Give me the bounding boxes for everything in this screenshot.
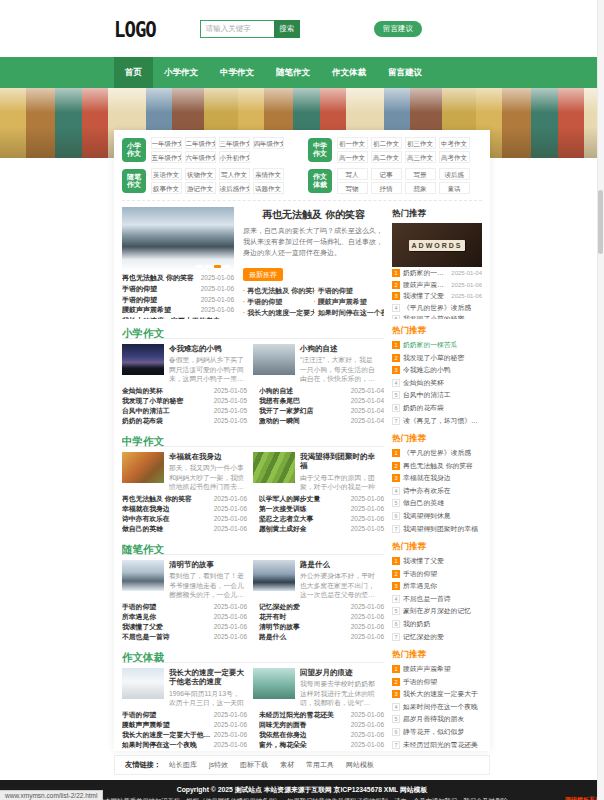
category-link[interactable]: 亲情作文 xyxy=(253,168,284,180)
article-link[interactable]: 诗中亦有欢乐在2025-01-06 xyxy=(122,515,247,523)
article-link[interactable]: 回味无穷的面香2025-01-06 xyxy=(259,721,384,729)
article-link[interactable]: 坚忍之志者立大事2025-01-06 xyxy=(259,515,384,523)
category-link[interactable]: 二年级作文 xyxy=(185,137,216,149)
category-link[interactable]: 状物作文 xyxy=(185,168,216,180)
category-link[interactable]: 游记作文 xyxy=(185,182,216,194)
scrollbar-thumb[interactable] xyxy=(598,190,603,254)
article-title[interactable]: 我渴望得到团聚时的幸福 xyxy=(300,452,376,471)
modern-architecture-photo[interactable] xyxy=(122,668,164,699)
hot-item[interactable]: 4金灿灿的奖杯 xyxy=(392,378,482,388)
category-link[interactable]: 英语作文 xyxy=(151,168,182,180)
category-link[interactable]: 高二作文 xyxy=(371,151,402,163)
article-link[interactable]: 我长大的速度一定要大于他老去的速度2025-01-06 xyxy=(122,731,247,739)
article-card[interactable]: 令我难忘的小鸭 春假里，妈妈从乡下买了两只活泼可爱的小鸭子回来，这两只小鸭子一黑… xyxy=(122,344,253,382)
hot-item[interactable]: 2腰鼓声声震希望2025-01-06 xyxy=(392,280,482,290)
hot-item[interactable]: 2再也无法触及 你的笑容 xyxy=(392,461,482,471)
hot-item[interactable]: 5做自己的英雄 xyxy=(392,498,482,508)
hot-item[interactable]: 7读《再见了，坏习惯》有感 xyxy=(392,416,482,426)
hot-item[interactable]: 2手语的仰望 xyxy=(392,569,482,579)
winter-mountain-photo[interactable] xyxy=(253,560,295,591)
carousel-dot[interactable] xyxy=(205,265,212,268)
category-link[interactable]: 写景 xyxy=(405,168,436,180)
category-badge[interactable]: 随笔作文 xyxy=(122,169,146,193)
hot-item[interactable]: 5篆刻在岁月深处的记忆 xyxy=(392,606,482,616)
category-badge[interactable]: 中学作文 xyxy=(308,138,332,162)
article-link[interactable]: 手语的仰望2025-01-06 xyxy=(122,285,234,293)
hot-item[interactable]: 2我发现了小草的秘密 xyxy=(392,353,482,363)
article-card[interactable]: 我长大的速度一定要大于他老去的速度 1996年阳历11月13号，农历十月三日，这… xyxy=(122,668,253,706)
category-link[interactable]: 高一作文 xyxy=(337,151,368,163)
article-link[interactable]: 我发现了小草的秘密2025-01-05 xyxy=(122,397,247,405)
article-link[interactable]: 我读懂了父爱2025-01-06 xyxy=(122,623,247,631)
hot-item[interactable]: 3令我难忘的小鸭 xyxy=(392,365,482,375)
category-link[interactable]: 初二作文 xyxy=(371,137,402,149)
hot-item[interactable]: 1腰鼓声声震希望 xyxy=(392,664,482,674)
article-link[interactable]: 以学军人的脚步丈量2025-01-06 xyxy=(259,495,384,503)
hot-item[interactable]: 4如果时间停在这一个夜晚 xyxy=(392,702,482,712)
article-title[interactable]: 路是什么 xyxy=(300,560,376,569)
article-link[interactable]: 腰鼓声声震希望2025-01-06 xyxy=(122,306,234,314)
category-link[interactable]: 六年级作文 xyxy=(185,151,216,163)
category-link[interactable]: 高三作文 xyxy=(405,151,436,163)
category-link[interactable]: 小升初作文 xyxy=(219,151,250,163)
hot-item[interactable]: 1《平凡的世界》读后感 xyxy=(392,448,482,458)
hot-item[interactable]: 1奶奶家的一棵苦瓜2025-01-04 xyxy=(392,268,482,278)
hot-item[interactable]: 3我长大的速度一定要大于 xyxy=(392,689,482,699)
article-link[interactable]: 幸福就在我身边2025-01-06 xyxy=(122,505,247,513)
search-button[interactable]: 搜索 xyxy=(274,20,300,38)
carousel-dot-active[interactable] xyxy=(214,265,221,268)
friend-link[interactable]: 图标下载 xyxy=(240,760,268,770)
hot-item[interactable]: 7我渴望得到团聚时的幸福 xyxy=(392,524,482,534)
category-link[interactable]: 初三作文 xyxy=(405,137,436,149)
nav-item[interactable]: 作文体裁 xyxy=(321,57,377,88)
search-input[interactable] xyxy=(200,20,274,38)
article-link[interactable]: 我想有条尾巴2025-01-04 xyxy=(259,397,384,405)
hot-item[interactable]: 6奶奶的花布袋 xyxy=(392,403,482,413)
article-link[interactable]: 手语的仰望 xyxy=(243,298,314,306)
hot-item[interactable]: 2手语的仰望 xyxy=(392,677,482,687)
article-title[interactable]: 幸福就在我身边 xyxy=(169,452,245,461)
article-link[interactable]: 愿刨黄土成好金2025-01-05 xyxy=(259,525,384,533)
garden-painting-photo[interactable] xyxy=(253,668,295,699)
hot-item[interactable]: 1我读懂了父爱 xyxy=(392,556,482,566)
friend-link[interactable]: 网站模板 xyxy=(346,760,374,770)
category-badge[interactable]: 小学作文 xyxy=(122,138,146,162)
article-link[interactable]: 花开有时2025-01-06 xyxy=(259,613,384,621)
article-link[interactable]: 做自己的英雄2025-01-06 xyxy=(122,525,247,533)
hot-item[interactable]: 4不屈也是一首诗 xyxy=(392,594,482,604)
nav-item[interactable]: 留言建议 xyxy=(377,57,433,88)
article-title[interactable]: 回望岁月的痕迹 xyxy=(300,668,376,677)
nav-item[interactable]: 随笔作文 xyxy=(265,57,321,88)
article-link[interactable]: 手语的仰望2025-01-06 xyxy=(122,296,234,304)
hot-item[interactable]: 7记忆深处的爱 xyxy=(392,632,482,642)
article-link[interactable]: 再也无法触及 你的笑容 xyxy=(243,287,314,295)
category-link[interactable]: 写物 xyxy=(337,182,368,194)
article-link[interactable]: 路是什么2025-01-06 xyxy=(259,633,384,641)
article-link[interactable]: 激动的一瞬间2025-01-04 xyxy=(259,417,384,425)
hot-item[interactable]: 4《平凡的世界》读后感 xyxy=(392,303,482,313)
category-link[interactable]: 读后感作文 xyxy=(219,182,250,194)
article-card[interactable]: 路是什么 外公外婆身体不好，平时也大多窝在家里不出门，这一次也是在父母的坚持下才… xyxy=(253,560,384,598)
category-link[interactable]: 写人作文 xyxy=(219,168,250,180)
article-card[interactable]: 小狗的自述 “汪汪汪”，大家好，我是一只小狗，每天生活的自由自在，快快乐乐的，因… xyxy=(253,344,384,382)
article-link[interactable]: 记忆深处的爱2025-01-06 xyxy=(259,603,384,611)
article-link[interactable]: 第一次接受训练2025-01-06 xyxy=(259,505,384,513)
category-link[interactable]: 写人 xyxy=(337,168,368,180)
article-link[interactable]: 我依然在你身边2025-01-06 xyxy=(259,731,384,739)
hot-item[interactable]: 6我的奶奶 xyxy=(392,619,482,629)
hot-item[interactable]: 1奶奶家的一棵苦瓜 xyxy=(392,340,482,350)
rice-terraces-photo[interactable] xyxy=(253,452,295,483)
article-link[interactable]: 再也无法触及 你的笑容2025-01-06 xyxy=(122,274,234,282)
article-link[interactable]: 腰鼓声声震希望 xyxy=(314,298,385,306)
friend-link[interactable]: 站长图库 xyxy=(169,760,197,770)
category-link[interactable]: 初一作文 xyxy=(337,137,368,149)
friend-link[interactable]: js特效 xyxy=(209,760,228,770)
article-link[interactable]: 奶奶的花布袋2025-01-05 xyxy=(122,417,247,425)
category-link[interactable]: 五年级作文 xyxy=(151,151,182,163)
category-link[interactable]: 话题作文 xyxy=(253,182,284,194)
category-link[interactable]: 三年级作文 xyxy=(219,137,250,149)
classroom-photo[interactable] xyxy=(253,344,295,375)
scrollbar-track[interactable] xyxy=(597,0,604,800)
hot-item[interactable]: 7未经历过阳光的雪花还美 xyxy=(392,740,482,750)
article-link[interactable]: 手语的仰望2025-01-06 xyxy=(122,603,247,611)
